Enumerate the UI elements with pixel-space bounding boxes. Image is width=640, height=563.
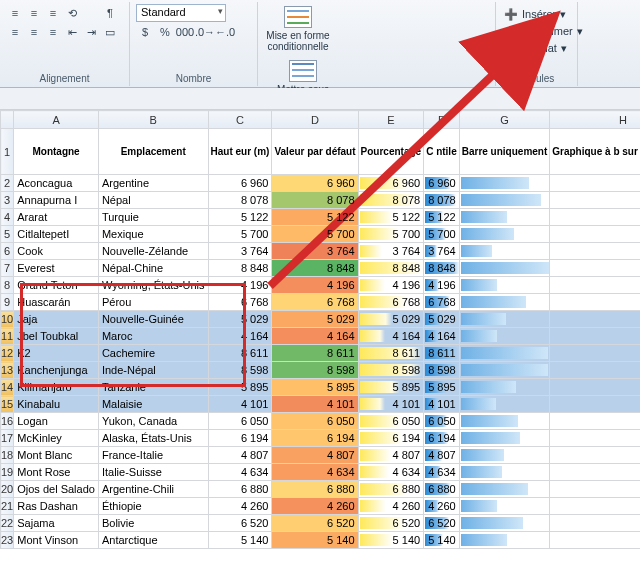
cell[interactable]: 4 634: [424, 464, 460, 481]
select-all-corner[interactable]: [1, 111, 14, 129]
header-cell[interactable]: Emplacement: [98, 129, 208, 175]
cell[interactable]: 6 768: [358, 294, 424, 311]
cell[interactable]: [459, 447, 550, 464]
table-row[interactable]: 7EverestNépal-Chine8 8488 8488 8488 8488…: [1, 260, 641, 277]
percent-icon[interactable]: %: [156, 23, 174, 41]
cell[interactable]: 4 164: [358, 328, 424, 345]
cell[interactable]: 5 122: [208, 209, 272, 226]
cell[interactable]: 8 611: [424, 345, 460, 362]
row-header[interactable]: 9: [1, 294, 14, 311]
cell[interactable]: Everest: [14, 260, 99, 277]
cell[interactable]: 6 960: [358, 175, 424, 192]
cell[interactable]: 8 848: [272, 260, 358, 277]
cell[interactable]: 6 520: [272, 515, 358, 532]
cell[interactable]: [459, 481, 550, 498]
cell[interactable]: 4 101: [358, 396, 424, 413]
thousands-icon[interactable]: 000: [176, 23, 194, 41]
cell[interactable]: Bolivie: [98, 515, 208, 532]
table-row[interactable]: 12K2Cachemire8 6118 6118 6118 6118 611: [1, 345, 641, 362]
cell[interactable]: 6 194: [272, 430, 358, 447]
table-row[interactable]: 23Mont VinsonAntarctique5 1405 1405 1405…: [1, 532, 641, 549]
cell[interactable]: [459, 396, 550, 413]
cell[interactable]: Antarctique: [98, 532, 208, 549]
cell[interactable]: 4 101: [272, 396, 358, 413]
cell[interactable]: 5 029: [550, 311, 640, 328]
cell[interactable]: 8 611: [550, 345, 640, 362]
cell[interactable]: 6 050: [424, 413, 460, 430]
row-header[interactable]: 17: [1, 430, 14, 447]
align-right-icon[interactable]: ≡: [44, 23, 62, 41]
cell[interactable]: 6 050: [358, 413, 424, 430]
cell[interactable]: Sajama: [14, 515, 99, 532]
cell[interactable]: 5 895: [358, 379, 424, 396]
row-header[interactable]: 13: [1, 362, 14, 379]
table-row[interactable]: 16LoganYukon, Canada6 0506 0506 0506 050…: [1, 413, 641, 430]
cell[interactable]: Annapurna I: [14, 192, 99, 209]
table-row[interactable]: 6CookNouvelle-Zélande3 7643 7643 7643 76…: [1, 243, 641, 260]
cell[interactable]: Ojos del Salado: [14, 481, 99, 498]
cell[interactable]: 8 598: [208, 362, 272, 379]
merge-icon[interactable]: ▭: [101, 23, 119, 41]
cell[interactable]: [459, 209, 550, 226]
orientation-icon[interactable]: ⟲: [63, 4, 81, 22]
row-header[interactable]: 14: [1, 379, 14, 396]
cell[interactable]: Népal-Chine: [98, 260, 208, 277]
cell[interactable]: Mexique: [98, 226, 208, 243]
cell[interactable]: 6 194: [424, 430, 460, 447]
cell[interactable]: 5 895: [424, 379, 460, 396]
cell[interactable]: [459, 311, 550, 328]
header-cell[interactable]: C ntile: [424, 129, 460, 175]
cell[interactable]: Aconcagua: [14, 175, 99, 192]
cell[interactable]: 4 101: [550, 396, 640, 413]
row-header[interactable]: 2: [1, 175, 14, 192]
cell[interactable]: Maroc: [98, 328, 208, 345]
cell[interactable]: McKinley: [14, 430, 99, 447]
cell[interactable]: 6 880: [208, 481, 272, 498]
cell[interactable]: [459, 498, 550, 515]
align-center-icon[interactable]: ≡: [25, 23, 43, 41]
cell[interactable]: 5 700: [550, 226, 640, 243]
cell[interactable]: CitlaltepetI: [14, 226, 99, 243]
row-header[interactable]: 8: [1, 277, 14, 294]
header-cell[interactable]: Haut eur (m): [208, 129, 272, 175]
cell[interactable]: 4 634: [208, 464, 272, 481]
row-header[interactable]: 11: [1, 328, 14, 345]
currency-icon[interactable]: $: [136, 23, 154, 41]
row-header[interactable]: 19: [1, 464, 14, 481]
header-cell[interactable]: Barre uniquement: [459, 129, 550, 175]
cell[interactable]: 6 520: [358, 515, 424, 532]
cell[interactable]: 4 260: [208, 498, 272, 515]
cell[interactable]: 6 880: [550, 481, 640, 498]
insert-button[interactable]: ➕Insérer ▾: [502, 6, 571, 22]
row-header[interactable]: 7: [1, 260, 14, 277]
cell[interactable]: 4 196: [358, 277, 424, 294]
cell[interactable]: 5 700: [358, 226, 424, 243]
align-top-icon[interactable]: ≡: [6, 4, 24, 22]
delete-button[interactable]: ➖Supprimer ▾: [502, 23, 571, 39]
cell[interactable]: 8 848: [208, 260, 272, 277]
cell[interactable]: 6 768: [424, 294, 460, 311]
cell[interactable]: 5 140: [272, 532, 358, 549]
table-row[interactable]: 15KinabaluMalaisie4 1014 1014 1014 1014 …: [1, 396, 641, 413]
cell[interactable]: 5 122: [424, 209, 460, 226]
row-header[interactable]: 12: [1, 345, 14, 362]
cell[interactable]: 6 960: [208, 175, 272, 192]
wrap-text-icon[interactable]: ¶: [101, 4, 119, 22]
table-row[interactable]: 4AraratTurquie5 1225 1225 1225 1225 122: [1, 209, 641, 226]
cell[interactable]: 8 598: [358, 362, 424, 379]
row-header[interactable]: 15: [1, 396, 14, 413]
table-row[interactable]: 20Ojos del SaladoArgentine-Chili6 8806 8…: [1, 481, 641, 498]
header-cell[interactable]: Montagne: [14, 129, 99, 175]
cell[interactable]: 4 807: [208, 447, 272, 464]
align-bot-icon[interactable]: ≡: [44, 4, 62, 22]
decrease-decimal-icon[interactable]: ←.0: [216, 23, 234, 41]
cell[interactable]: [459, 260, 550, 277]
cell[interactable]: 5 895: [208, 379, 272, 396]
cell[interactable]: Jbel Toubkal: [14, 328, 99, 345]
cell[interactable]: 3 764: [424, 243, 460, 260]
cell[interactable]: 6 960: [550, 175, 640, 192]
format-button[interactable]: ▦Format ▾: [502, 40, 571, 56]
cell[interactable]: 5 140: [358, 532, 424, 549]
cell[interactable]: 5 895: [550, 379, 640, 396]
col-header-C[interactable]: C: [208, 111, 272, 129]
